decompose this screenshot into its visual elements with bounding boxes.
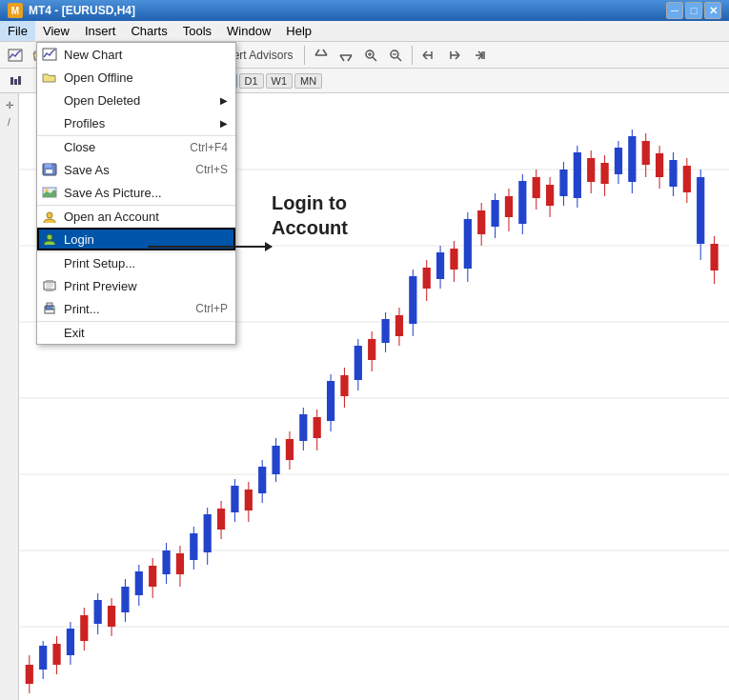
print-label: Print... — [64, 302, 100, 316]
menu-print[interactable]: Print... Ctrl+P — [37, 297, 235, 320]
svg-rect-139 — [710, 244, 718, 270]
menu-exit[interactable]: Exit — [37, 321, 235, 344]
print-icon — [41, 300, 58, 317]
svg-line-11 — [340, 55, 344, 61]
toolbar-sep-3 — [304, 46, 305, 65]
svg-rect-156 — [46, 306, 53, 310]
svg-rect-85 — [340, 375, 348, 396]
svg-rect-67 — [217, 509, 225, 530]
menu-login[interactable]: Login — [37, 228, 235, 250]
svg-rect-29 — [18, 76, 21, 85]
svg-rect-61 — [176, 553, 184, 574]
menu-insert[interactable]: Insert — [77, 21, 124, 41]
svg-rect-123 — [600, 163, 608, 184]
menu-profiles[interactable]: Profiles ▶ — [37, 111, 235, 134]
save-as-picture-icon — [41, 184, 58, 201]
period-mn[interactable]: MN — [294, 73, 322, 89]
print-preview-icon — [41, 277, 58, 294]
magnify-plus[interactable] — [359, 45, 382, 66]
svg-point-157 — [52, 307, 54, 309]
svg-rect-93 — [395, 315, 403, 336]
svg-rect-103 — [464, 219, 472, 269]
svg-rect-71 — [245, 490, 253, 510]
scroll-right[interactable] — [442, 45, 465, 66]
chart-end[interactable] — [467, 45, 490, 66]
svg-rect-97 — [423, 268, 431, 289]
open-deleted-arrow: ▶ — [220, 95, 228, 106]
file-dropdown: New Chart Open Offline Open Deleted ▶ Pr… — [36, 42, 236, 345]
svg-rect-77 — [286, 439, 294, 460]
magnify-minus[interactable] — [384, 45, 407, 66]
menu-help[interactable]: Help — [278, 21, 319, 41]
svg-rect-91 — [381, 319, 389, 343]
period-w1[interactable]: W1 — [266, 73, 294, 89]
svg-rect-131 — [656, 153, 663, 177]
svg-rect-109 — [505, 196, 513, 217]
exit-label: Exit — [64, 326, 85, 340]
close-shortcut: Ctrl+F4 — [190, 141, 228, 154]
svg-rect-75 — [272, 446, 279, 474]
svg-rect-149 — [46, 280, 53, 282]
crosshair-tool[interactable]: ✛ — [2, 97, 17, 112]
svg-rect-107 — [491, 200, 498, 227]
svg-rect-45 — [67, 629, 74, 655]
svg-rect-111 — [518, 181, 526, 224]
save-as-picture-label: Save As Picture... — [64, 186, 162, 200]
close-label: Close — [64, 140, 95, 154]
svg-rect-142 — [45, 164, 51, 168]
svg-rect-127 — [628, 136, 636, 182]
scroll-left[interactable] — [417, 45, 440, 66]
open-offline-icon — [41, 69, 58, 86]
menu-print-preview[interactable]: Print Preview — [37, 274, 235, 297]
open-offline-label: Open Offline — [64, 70, 133, 85]
menu-open-account[interactable]: Open an Account — [37, 205, 235, 228]
app-icon: M — [8, 3, 23, 18]
open-account-label: Open an Account — [64, 210, 159, 224]
menu-file[interactable]: File — [0, 21, 35, 41]
chart-zoom-in[interactable] — [310, 45, 333, 66]
maximize-button[interactable]: □ — [685, 2, 702, 19]
menu-window[interactable]: Window — [219, 21, 278, 41]
menu-save-as[interactable]: Save As Ctrl+S — [37, 158, 235, 181]
menu-open-offline[interactable]: Open Offline — [37, 66, 235, 89]
svg-rect-105 — [477, 210, 485, 234]
svg-rect-43 — [52, 644, 60, 665]
minimize-button[interactable]: ─ — [666, 2, 683, 19]
svg-rect-133 — [669, 160, 677, 187]
save-as-shortcut: Ctrl+S — [195, 163, 228, 176]
close-button[interactable]: ✕ — [704, 2, 721, 19]
svg-rect-117 — [559, 170, 567, 196]
print-setup-label: Print Setup... — [64, 256, 135, 270]
open-account-icon — [41, 209, 58, 226]
svg-rect-83 — [327, 381, 334, 421]
chart-zoom-out[interactable] — [334, 45, 357, 66]
new-chart-btn[interactable] — [4, 45, 27, 66]
menu-save-as-picture[interactable]: Save As Picture... — [37, 181, 235, 204]
svg-rect-99 — [436, 252, 444, 279]
line-tool[interactable]: / — [2, 114, 17, 130]
svg-rect-135 — [683, 166, 691, 192]
left-toolbar: ✛ / — [0, 93, 19, 700]
svg-rect-79 — [299, 414, 307, 441]
profiles-arrow: ▶ — [220, 118, 228, 129]
menu-print-setup[interactable]: Print Setup... — [37, 251, 235, 274]
menu-charts[interactable]: Charts — [123, 21, 174, 41]
svg-rect-59 — [162, 550, 170, 574]
svg-rect-69 — [231, 486, 238, 512]
menu-new-chart[interactable]: New Chart — [37, 43, 235, 66]
period-d1[interactable]: D1 — [239, 73, 264, 89]
chart-type-btn[interactable] — [4, 70, 27, 91]
svg-line-14 — [373, 57, 376, 61]
svg-rect-57 — [149, 566, 156, 587]
menu-open-deleted[interactable]: Open Deleted ▶ — [37, 89, 235, 111]
title-bar: M MT4 - [EURUSD,H4] ─ □ ✕ — [0, 0, 729, 21]
menu-view[interactable]: View — [35, 21, 77, 41]
window-title: MT4 - [EURUSD,H4] — [29, 4, 666, 17]
svg-line-9 — [323, 50, 327, 55]
menu-tools[interactable]: Tools — [175, 21, 219, 41]
svg-rect-27 — [10, 77, 13, 85]
toolbar-sep-4 — [412, 46, 413, 65]
svg-rect-73 — [258, 467, 266, 493]
menu-close[interactable]: Close Ctrl+F4 — [37, 135, 235, 158]
svg-rect-129 — [642, 141, 650, 165]
